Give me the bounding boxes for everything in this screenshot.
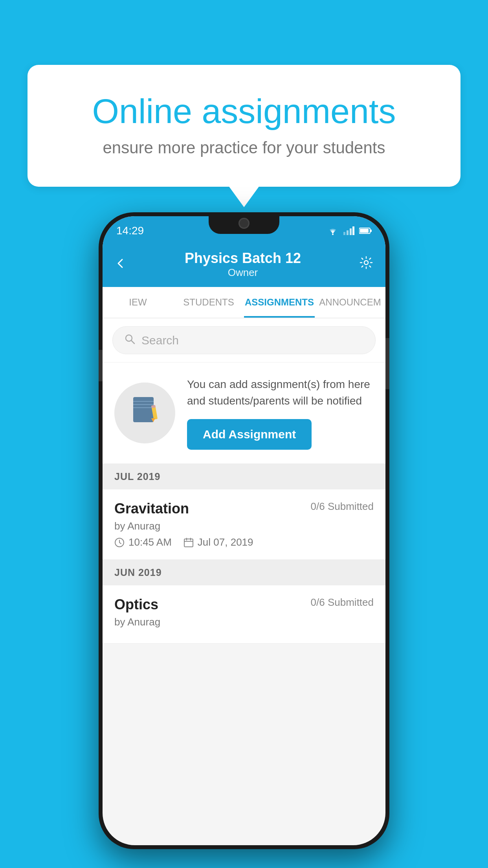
speech-bubble: Online assignments ensure more practice … xyxy=(28,65,460,187)
header-subtitle: Owner xyxy=(185,267,301,279)
tab-announcements[interactable]: ANNOUNCEM xyxy=(315,287,385,318)
front-camera xyxy=(238,218,250,229)
svg-rect-13 xyxy=(133,404,154,405)
add-assignment-button[interactable]: Add Assignment xyxy=(187,419,312,450)
time-value-gravitation: 10:45 AM xyxy=(128,536,172,548)
search-container: Search xyxy=(103,318,385,362)
svg-rect-3 xyxy=(350,228,352,235)
tabs-bar: IEW STUDENTS ASSIGNMENTS ANNOUNCEM xyxy=(103,287,385,318)
submitted-badge-optics: 0/6 Submitted xyxy=(311,596,374,609)
month-label-jul: JUL 2019 xyxy=(114,471,160,482)
settings-button[interactable] xyxy=(359,255,374,274)
svg-point-0 xyxy=(332,234,334,235)
assignment-top-row-optics: Optics 0/6 Submitted xyxy=(114,596,374,613)
tab-students[interactable]: STUDENTS xyxy=(173,287,244,318)
assignment-by-optics: by Anurag xyxy=(114,616,374,628)
status-time: 14:29 xyxy=(116,224,144,237)
svg-rect-4 xyxy=(352,226,354,235)
svg-rect-11 xyxy=(133,397,154,422)
svg-rect-2 xyxy=(347,230,349,235)
status-icons xyxy=(327,226,372,235)
back-button[interactable] xyxy=(114,256,127,273)
header-center: Physics Batch 12 Owner xyxy=(185,250,301,279)
submitted-badge-gravitation: 0/6 Submitted xyxy=(311,500,374,513)
svg-rect-12 xyxy=(133,401,154,402)
battery-icon xyxy=(359,227,372,234)
info-card: You can add assignment(s) from here and … xyxy=(103,362,385,464)
phone-screen: 14:29 xyxy=(103,216,385,845)
svg-rect-7 xyxy=(371,230,372,232)
tab-assignments[interactable]: ASSIGNMENTS xyxy=(244,287,315,318)
search-placeholder: Search xyxy=(141,334,179,347)
assignment-name-optics: Optics xyxy=(114,596,158,613)
date-value-gravitation: Jul 07, 2019 xyxy=(198,536,253,548)
search-input-wrap[interactable]: Search xyxy=(112,326,376,354)
month-label-jun: JUN 2019 xyxy=(114,567,162,578)
bubble-title: Online assignments xyxy=(59,92,429,131)
month-section-jun: JUN 2019 xyxy=(103,560,385,585)
assignment-icon-circle xyxy=(114,383,175,443)
svg-line-20 xyxy=(119,542,121,544)
assignment-by-gravitation: by Anurag xyxy=(114,520,374,532)
assignment-meta-gravitation: 10:45 AM Jul 07, 2019 xyxy=(114,536,374,548)
app-header: Physics Batch 12 Owner xyxy=(103,242,385,287)
calendar-icon xyxy=(183,537,194,548)
assignment-item-gravitation[interactable]: Gravitation 0/6 Submitted by Anurag 10:4… xyxy=(103,489,385,560)
svg-rect-6 xyxy=(360,229,369,233)
meta-date-gravitation: Jul 07, 2019 xyxy=(183,536,253,548)
phone-body: 14:29 xyxy=(99,212,389,849)
info-text-area: You can add assignment(s) from here and … xyxy=(187,376,374,450)
svg-rect-21 xyxy=(184,539,193,547)
month-section-jul: JUL 2019 xyxy=(103,464,385,489)
header-title: Physics Batch 12 xyxy=(185,250,301,267)
search-icon xyxy=(124,333,136,348)
svg-rect-14 xyxy=(133,407,154,408)
svg-point-8 xyxy=(364,261,368,265)
info-description: You can add assignment(s) from here and … xyxy=(187,376,374,409)
clock-icon xyxy=(114,537,125,548)
wifi-icon xyxy=(327,226,339,235)
tab-iew[interactable]: IEW xyxy=(103,287,173,318)
bubble-subtitle: ensure more practice for your students xyxy=(59,138,429,157)
assignment-item-optics[interactable]: Optics 0/6 Submitted by Anurag xyxy=(103,585,385,644)
speech-bubble-container: Online assignments ensure more practice … xyxy=(28,65,460,187)
notebook-icon xyxy=(129,394,161,432)
meta-time-gravitation: 10:45 AM xyxy=(114,536,172,548)
signal-icon xyxy=(343,226,354,235)
assignment-name-gravitation: Gravitation xyxy=(114,500,189,517)
svg-rect-1 xyxy=(343,232,345,235)
phone-container: 14:29 xyxy=(99,212,389,849)
phone-notch xyxy=(209,212,279,234)
assignment-top-row: Gravitation 0/6 Submitted xyxy=(114,500,374,517)
svg-line-10 xyxy=(131,340,134,344)
